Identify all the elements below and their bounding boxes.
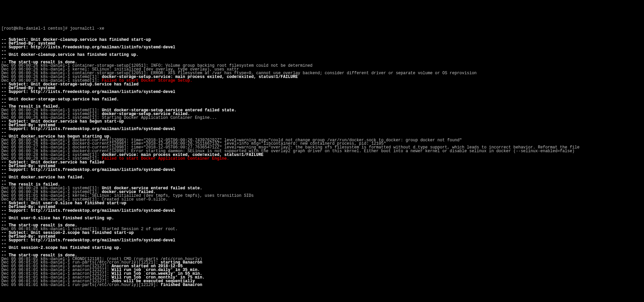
log-line: -- <box>1 179 643 183</box>
log-bold-text: -- Support: http://lists.freedesktop.org… <box>1 127 175 131</box>
log-bold-text: -- Unit docker.service has failed. <box>1 175 85 180</box>
prompt-line: [root@k8s-daniel-1 centos]# journalctl -… <box>1 27 643 31</box>
log-line: -- Unit user-0.slice has finished starti… <box>1 217 643 220</box>
log-error-text: Failed to start Docker Application Conta… <box>102 156 229 161</box>
log-line: -- Subject: Unit docker-cleanup.service … <box>1 38 643 42</box>
log-line: -- Subject: Unit session-2.scope has fin… <box>1 231 643 235</box>
log-line: -- Support: http://lists.freedesktop.org… <box>1 90 643 94</box>
log-bold-text: -- Unit docker-storage-setup.service has… <box>1 97 119 102</box>
log-line: -- Support: http://lists.freedesktop.org… <box>1 239 643 242</box>
log-bold-text: -- Support: http://lists.freedesktop.org… <box>1 238 175 243</box>
shell-prompt: [root@k8s-daniel-1 centos]# <box>1 26 70 31</box>
log-text: Dec 05 06:01:01 k8s-daniel-1 run-parts(/… <box>1 283 161 287</box>
log-bold-text: finished 0anacron <box>161 283 202 287</box>
log-line: -- <box>1 220 643 224</box>
log-line: -- <box>1 250 643 254</box>
log-line: -- Unit docker-cleanup.service has finis… <box>1 53 643 57</box>
log-bold-text: -- Unit docker-cleanup.service has finis… <box>1 52 138 57</box>
terminal-output[interactable]: [root@k8s-daniel-1 centos]# journalctl -… <box>0 19 644 292</box>
log-line: -- Support: http://lists.freedesktop.org… <box>1 127 643 131</box>
log-bold-text: -- Support: http://lists.freedesktop.org… <box>1 168 175 172</box>
log-line: -- Unit session-2.scope has finished sta… <box>1 246 643 250</box>
log-line: -- Subject: Unit docker-storage-setup.se… <box>1 83 643 86</box>
log-line: -- <box>1 172 643 176</box>
command-text: journalctl -xe <box>70 26 104 31</box>
log-line: -- Unit docker.service has failed. <box>1 176 643 179</box>
log-line: Dec 05 06:01:01 k8s-daniel-1 run-parts(/… <box>1 283 643 287</box>
log-line: -- Subject: Unit docker.service has begu… <box>1 120 643 124</box>
log-line: -- Support: http://lists.freedesktop.org… <box>1 46 643 49</box>
log-bold-text: -- Support: http://lists.freedesktop.org… <box>1 90 175 94</box>
log-line: -- Subject: Unit user-0.slice has finish… <box>1 202 643 205</box>
log-bold-text: -- Support: http://lists.freedesktop.org… <box>1 45 175 50</box>
log-line: -- Support: http://lists.freedesktop.org… <box>1 168 643 172</box>
log-bold-text: -- Unit session-2.scope has finished sta… <box>1 245 121 250</box>
log-line: -- <box>1 57 643 61</box>
log-line: -- <box>1 101 643 105</box>
log-area: -- Subject: Unit docker-cleanup.service … <box>1 38 643 287</box>
log-bold-text: -- Unit user-0.slice has finished starti… <box>1 216 114 221</box>
log-line: -- Unit docker-storage-setup.service has… <box>1 98 643 101</box>
log-bold-text: -- Support: http://lists.freedesktop.org… <box>1 208 175 213</box>
log-line: -- Subject: Unit docker.service has fail… <box>1 161 643 164</box>
log-line: -- Support: http://lists.freedesktop.org… <box>1 209 643 213</box>
